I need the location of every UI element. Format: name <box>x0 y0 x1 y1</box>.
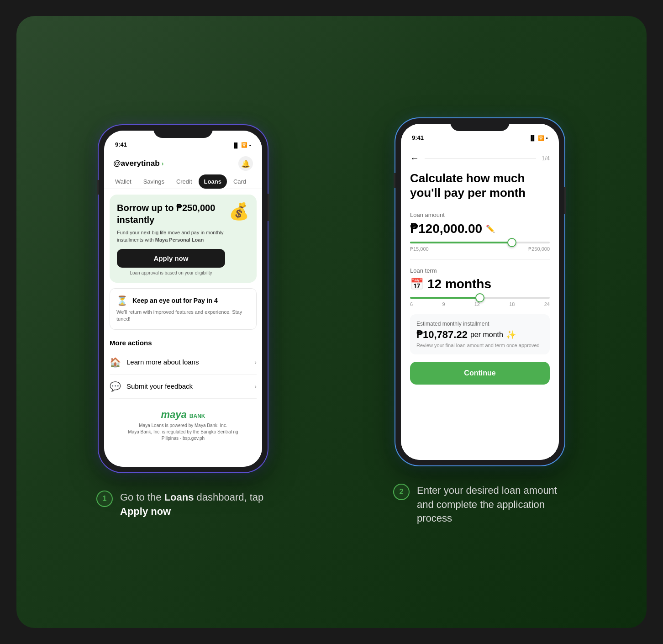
right-phone-screen: 9:41 ▐▌ 🛜 ▪ ← 1/4 Calcu <box>401 124 559 460</box>
tab-credit[interactable]: Credit <box>171 174 198 189</box>
loan-amount-display: ₱120,000.00 ✏️ <box>410 221 550 236</box>
right-phone-section: 9:41 ▐▌ 🛜 ▪ ← 1/4 Calcu <box>393 118 567 526</box>
apply-now-button[interactable]: Apply now <box>117 249 225 268</box>
calc-title: Calculate how much you'll pay per month <box>410 171 550 201</box>
username-chevron-icon: › <box>162 160 164 167</box>
status-icons-right: ▐▌ 🛜 ▪ <box>529 135 548 141</box>
term-slider-track <box>410 297 550 299</box>
action-item-feedback[interactable]: 💬 Submit your feedback › <box>110 375 257 399</box>
back-button[interactable]: ← <box>410 153 419 164</box>
feedback-icon: 💬 <box>110 381 121 392</box>
battery-icon: ▪ <box>249 143 251 148</box>
hourglass-icon: ⏳ <box>116 295 128 306</box>
card-header: ⏳ Keep an eye out for Pay in 4 <box>116 295 250 306</box>
status-icons: ▐▌ 🛜 ▪ <box>232 142 252 148</box>
estimated-section: Estimated monthly installment ₱10,787.22… <box>410 314 550 354</box>
slider-fill <box>410 242 512 243</box>
main-container: 9:41 ▐▌ 🛜 ▪ @averytinab › <box>16 16 647 628</box>
loan-amount-slider[interactable] <box>410 242 550 243</box>
right-phone-frame: 9:41 ▐▌ 🛜 ▪ ← 1/4 Calcu <box>395 118 564 465</box>
term-slider-thumb[interactable] <box>475 293 484 302</box>
chevron-right-icon-2: › <box>254 383 257 390</box>
step-1-text: Go to the Loans dashboard, tap Apply now <box>120 491 270 519</box>
tab-loans[interactable]: Loans <box>199 174 227 189</box>
loan-term-label: Loan term <box>410 267 550 274</box>
estimated-note: Review your final loan amount and term o… <box>416 343 543 348</box>
continue-button[interactable]: Continue <box>410 362 550 385</box>
tab-savings[interactable]: Savings <box>138 174 170 189</box>
card-body: We'll return with improved features and … <box>116 309 250 323</box>
notch <box>153 125 213 138</box>
more-actions-title: More actions <box>110 339 257 347</box>
step-2-text: Enter your desired loan amount and compl… <box>417 484 567 526</box>
calc-nav: ← 1/4 <box>410 153 550 164</box>
maya-text-3: Pilipinas - bsp.gov.ph <box>110 435 257 442</box>
signal-icon: ▐▌ <box>232 143 240 148</box>
pay-in-4-card: ⏳ Keep an eye out for Pay in 4 We'll ret… <box>110 288 257 330</box>
app-header: @averytinab › 🔔 <box>104 151 262 174</box>
card-title: Keep an eye out for Pay in 4 <box>132 297 218 304</box>
term-slider-fill <box>410 297 480 299</box>
left-phone-frame: 9:41 ▐▌ 🛜 ▪ @averytinab › <box>99 125 268 472</box>
wifi-icon: 🛜 <box>241 142 247 148</box>
slider-labels: ₱15,000 ₱250,000 <box>410 246 550 252</box>
tab-wallet[interactable]: Wallet <box>110 174 137 189</box>
left-phone-section: 9:41 ▐▌ 🛜 ▪ @averytinab › <box>96 125 270 519</box>
tabs-container: Wallet Savings Credit Loans Card <box>104 174 262 189</box>
edit-icon[interactable]: ✏️ <box>486 224 495 233</box>
loan-amount-label: Loan amount <box>410 211 550 218</box>
loan-term-display: 📅 12 months <box>410 277 550 291</box>
status-time-right: 9:41 <box>412 134 424 141</box>
action-item-loans[interactable]: 🏠 Learn more about loans › <box>110 350 257 375</box>
estimated-label: Estimated monthly installment <box>416 321 543 327</box>
maya-footer: maya BANK Maya Loans is powered by Maya … <box>104 401 262 449</box>
slider-track <box>410 242 550 243</box>
step-1-number: 1 <box>96 491 113 507</box>
step-2-label: 2 Enter your desired loan amount and com… <box>393 484 567 526</box>
maya-logo: maya BANK <box>110 409 257 421</box>
notch-right <box>450 118 510 131</box>
step-1-label: 1 Go to the Loans dashboard, tap Apply n… <box>96 491 270 519</box>
battery-icon-right: ▪ <box>546 135 548 141</box>
feedback-label: Submit your feedback <box>126 382 193 390</box>
screen-content-left: @averytinab › 🔔 Wallet Savings Credit Lo… <box>104 151 262 467</box>
step-indicator: 1/4 <box>542 155 550 162</box>
hero-title: Borrow up to ₱250,000 instantly <box>117 202 225 226</box>
more-actions-section: More actions 🏠 Learn more about loans › … <box>104 333 262 401</box>
signal-icon-right: ▐▌ <box>529 135 537 141</box>
wifi-icon-right: 🛜 <box>538 135 544 141</box>
hero-subtitle: Fund your next big life move and pay in … <box>117 229 225 243</box>
hero-text: Borrow up to ₱250,000 instantly Fund you… <box>117 202 225 275</box>
hero-banner: Borrow up to ₱250,000 instantly Fund you… <box>110 195 257 283</box>
sparkle-icon: ✨ <box>506 330 516 340</box>
step-2-number: 2 <box>393 484 410 500</box>
divider-line <box>410 259 550 260</box>
estimated-amount: ₱10,787.22 per month ✨ <box>416 329 543 341</box>
maya-text-2: Maya Bank, Inc. is regulated by the Bang… <box>110 429 257 435</box>
learn-loans-icon: 🏠 <box>110 357 121 368</box>
calculator-content: ← 1/4 Calculate how much you'll pay per … <box>401 144 559 460</box>
notification-icon[interactable]: 🔔 <box>238 156 253 171</box>
learn-loans-label: Learn more about loans <box>126 358 199 366</box>
calendar-icon: 📅 <box>410 278 424 290</box>
tab-card[interactable]: Card <box>228 174 252 189</box>
hero-note: Loan approval is based on your eligibili… <box>117 270 225 275</box>
money-bag-icon: 💰 <box>229 202 249 221</box>
loan-term-slider[interactable] <box>410 297 550 299</box>
username[interactable]: @averytinab › <box>113 159 163 168</box>
maya-text-1: Maya Loans is powered by Maya Bank, Inc. <box>110 422 257 429</box>
slider-thumb[interactable] <box>507 238 516 247</box>
left-phone-screen: 9:41 ▐▌ 🛜 ▪ @averytinab › <box>104 131 262 467</box>
status-time: 9:41 <box>115 141 127 148</box>
chevron-right-icon: › <box>254 359 257 366</box>
divider <box>425 158 536 158</box>
